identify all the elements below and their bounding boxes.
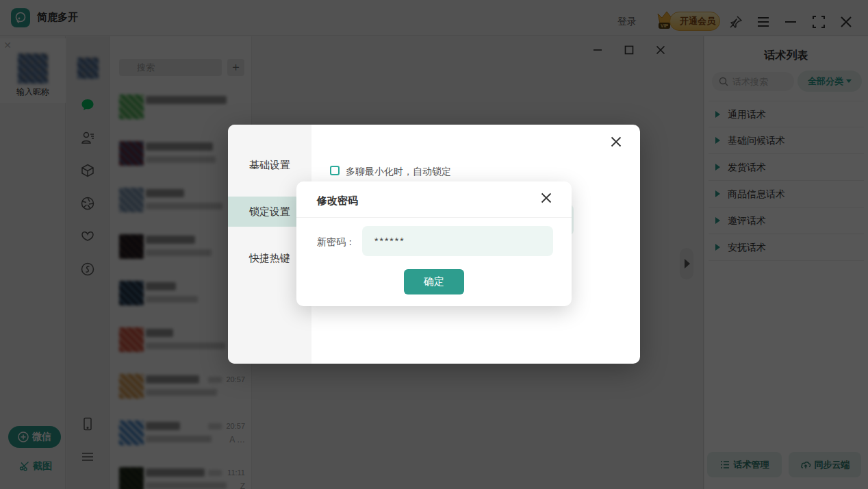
settings-close-icon[interactable] (609, 135, 623, 149)
password-close-icon[interactable] (539, 191, 553, 205)
auto-lock-checkbox[interactable] (330, 166, 340, 175)
divider (296, 217, 572, 218)
confirm-button[interactable]: 确定 (404, 269, 464, 294)
auto-lock-label: 多聊最小化时，自动锁定 (346, 166, 551, 178)
password-modal-title: 修改密码 (317, 195, 358, 208)
new-password-label: 新密码： (317, 236, 355, 249)
app-window: 简鹿多开 登录 开通会员 VIP ✕ 输入昵称 (0, 0, 868, 489)
change-password-modal: 修改密码 新密码： 确定 (296, 181, 572, 306)
settings-tab-1[interactable]: 基础设置 (228, 150, 311, 180)
new-password-input[interactable] (362, 226, 553, 256)
